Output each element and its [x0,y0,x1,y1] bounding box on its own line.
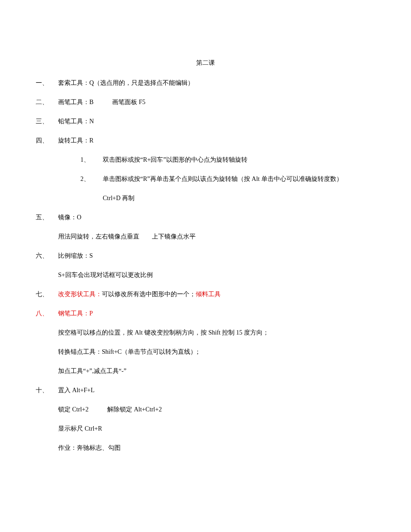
list-item-main: 画笔工具：B 画笔面板 F5 [58,97,375,107]
body-line: 锁定 Ctrl+2 解除锁定 Alt+Ctrl+2 [58,405,375,414]
list-item-content: 铅笔工具：N [58,117,375,126]
body-line: 加点工具“+”,减点工具“-” [58,366,375,376]
list-item: 十、置入 Alt+F+L锁定 Ctrl+2 解除锁定 Alt+Ctrl+2显示标… [36,385,375,452]
body-line: 转换锚点工具：Shift+C（单击节点可以转为直线）; [58,347,375,356]
sub-list-item-number: 2、 [80,174,103,184]
list-item: 三、铅笔工具：N [36,117,375,126]
list-item: 四、旋转工具：R1、双击图标或按“R+回车”以图形的中心点为旋转轴旋转2、单击图… [36,136,375,203]
list-item: 一、套索工具：Q（选点用的，只是选择点不能编辑） [36,78,375,88]
list-item-main: 套索工具：Q（选点用的，只是选择点不能编辑） [58,78,375,88]
list-item-content: 镜像：O用法同旋转，左右镜像点垂直 上下镜像点水平 [58,213,375,241]
sub-list-item-text: 双击图标或按“R+回车”以图形的中心点为旋转轴旋转 [103,155,375,164]
list-item-main: 旋转工具：R [58,136,375,145]
list-item-number: 四、 [36,136,58,203]
list-item-main: 改变形状工具：可以修改所有选中图形中的一个；倾料工具 [58,289,375,299]
sub-list-item-number: 1、 [80,155,103,164]
list-item-main: 铅笔工具：N [58,117,375,126]
sub-list-item-text: 单击图标或按“R”再单击某个点则以该点为旋转轴（按 Alt 单击中心可以准确旋转… [103,174,375,184]
list-item-content: 画笔工具：B 画笔面板 F5 [58,97,375,107]
list-item-number: 十、 [36,385,58,452]
document-title: 第二课 [36,58,375,67]
body-line: 显示标尺 Ctrl+R [58,424,375,433]
list-item-number: 三、 [36,117,58,126]
list-item-content: 改变形状工具：可以修改所有选中图形中的一个；倾料工具 [58,289,375,299]
sub-list-item: 1、双击图标或按“R+回车”以图形的中心点为旋转轴旋转 [58,155,375,164]
list-item-number: 七、 [36,289,58,299]
body-line: 按空格可以移点的位置，按 Alt 键改变控制柄方向，按 Shift 控制 15 … [58,328,375,337]
list-item: 七、改变形状工具：可以修改所有选中图形中的一个；倾料工具 [36,289,375,299]
list-item-main: 比例缩放：S [58,251,375,260]
sub-list-item: 2、单击图标或按“R”再单击某个点则以该点为旋转轴（按 Alt 单击中心可以准确… [58,174,375,184]
sub-extra-line: Ctrl+D 再制 [58,193,375,203]
list-item: 五、镜像：O用法同旋转，左右镜像点垂直 上下镜像点水平 [36,213,375,241]
list-item-main: 镜像：O [58,213,375,222]
list-item-content: 套索工具：Q（选点用的，只是选择点不能编辑） [58,78,375,88]
document-page: 第二课 一、套索工具：Q（选点用的，只是选择点不能编辑）二、画笔工具：B 画笔面… [0,0,411,507]
list-item: 八、钢笔工具：P按空格可以移点的位置，按 Alt 键改变控制柄方向，按 Shif… [36,309,375,376]
list-item-number: 五、 [36,213,58,241]
list-item-content: 钢笔工具：P按空格可以移点的位置，按 Alt 键改变控制柄方向，按 Shift … [58,309,375,376]
list-item-content: 置入 Alt+F+L锁定 Ctrl+2 解除锁定 Alt+Ctrl+2显示标尺 … [58,385,375,452]
list-item: 六、比例缩放：SS+回车会出现对话框可以更改比例 [36,251,375,280]
body-line: 作业：奔驰标志、勾图 [58,443,375,452]
list-item-number: 六、 [36,251,58,280]
list-item-number: 一、 [36,78,58,88]
body-line: S+回车会出现对话框可以更改比例 [58,270,375,280]
list-item-content: 比例缩放：SS+回车会出现对话框可以更改比例 [58,251,375,280]
list-item-main: 置入 Alt+F+L [58,385,375,395]
document-body: 一、套索工具：Q（选点用的，只是选择点不能编辑）二、画笔工具：B 画笔面板 F5… [36,78,375,452]
list-item-content: 旋转工具：R1、双击图标或按“R+回车”以图形的中心点为旋转轴旋转2、单击图标或… [58,136,375,203]
body-line: 用法同旋转，左右镜像点垂直 上下镜像点水平 [58,232,375,241]
list-item-number: 二、 [36,97,58,107]
list-item-number: 八、 [36,309,58,376]
list-item: 二、画笔工具：B 画笔面板 F5 [36,97,375,107]
list-item-main: 钢笔工具：P [58,309,375,318]
